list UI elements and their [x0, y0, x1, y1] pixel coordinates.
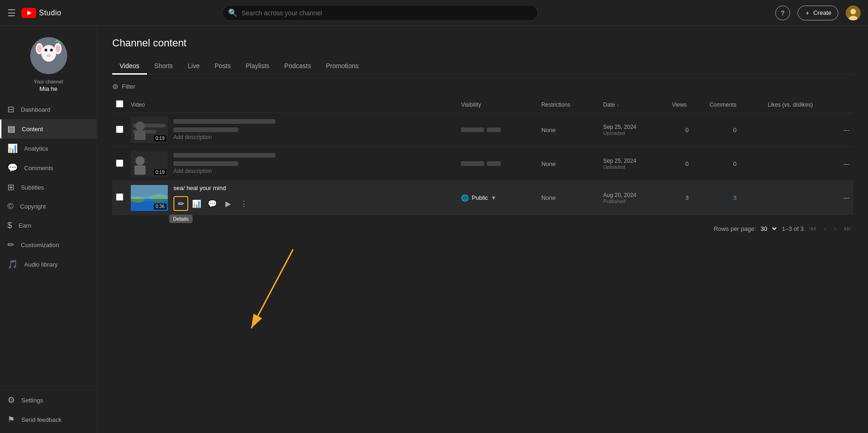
first-page-button[interactable]: ⏮ — [807, 223, 818, 235]
tab-playlists[interactable]: Playlists — [238, 58, 277, 75]
visibility-bar-2b — [487, 161, 501, 166]
topbar: ☰ Studio 🔍 ? ＋ Create — [0, 0, 868, 26]
table-row: 0:19 Add description — [112, 147, 853, 181]
video-info-1: Add description — [173, 119, 275, 140]
rows-per-page-select[interactable]: 30 50 100 — [759, 225, 778, 233]
annotation-arrow — [237, 245, 330, 347]
analytics-icon: 📊 — [7, 143, 18, 153]
visibility-private-1 — [461, 127, 534, 132]
more-options-button[interactable]: ⋮ — [236, 196, 251, 211]
tab-posts[interactable]: Posts — [207, 58, 238, 75]
select-all-checkbox[interactable] — [116, 100, 123, 108]
video-table: Video Visibility Restrictions Date ↓ Vie… — [112, 96, 853, 215]
menu-icon[interactable]: ☰ — [7, 7, 16, 19]
sidebar-item-dashboard[interactable]: ⊟ Dashboard — [0, 100, 97, 119]
sidebar-item-comments[interactable]: 💬 Comments — [0, 158, 97, 178]
page-title: Channel content — [112, 37, 853, 49]
sidebar-item-analytics[interactable]: 📊 Analytics — [0, 139, 97, 158]
tab-shorts[interactable]: Shorts — [147, 58, 180, 75]
visibility-label-3: Public — [472, 194, 488, 201]
details-icon: ✏ — [178, 199, 184, 208]
thumb-duration-1: 0:19 — [154, 135, 166, 141]
thumb-duration-3: 0:36 — [154, 204, 166, 210]
tab-promotions[interactable]: Promotions — [319, 58, 366, 75]
sidebar-item-audio-library[interactable]: 🎵 Audio library — [0, 255, 97, 274]
video-info-2: Add description — [173, 153, 275, 174]
create-label: Create — [813, 9, 831, 16]
sidebar-item-subtitles[interactable]: ⊞ Subtitles — [0, 178, 97, 197]
next-page-button[interactable]: › — [832, 223, 838, 235]
sidebar-item-send-feedback[interactable]: ⚑ Send feedback — [0, 410, 97, 429]
avatar[interactable] — [846, 6, 861, 20]
video-desc-1[interactable]: Add description — [173, 134, 275, 140]
prev-page-button[interactable]: ‹ — [822, 223, 828, 235]
thumbnail-3: 0:36 — [131, 185, 168, 211]
likes-3: — — [764, 181, 853, 215]
filter-icon: ⊜ — [112, 82, 118, 91]
dashboard-icon: ⊟ — [7, 104, 14, 115]
row2-checkbox[interactable] — [116, 159, 123, 167]
sidebar-item-copyright[interactable]: © Copyright — [0, 197, 97, 216]
th-comments: Comments — [706, 96, 764, 113]
date-sort-arrow[interactable]: ↓ — [617, 102, 619, 107]
sidebar-item-label-send-feedback: Send feedback — [21, 416, 62, 423]
video-title-3: sea/ heal your mind — [173, 185, 251, 191]
channel-name: Mia he — [39, 85, 57, 92]
topbar-left: ☰ Studio — [7, 7, 100, 19]
details-button[interactable]: ✏ Details — [173, 196, 188, 211]
video-cell-2: 0:19 Add description — [131, 151, 453, 177]
channel-label: Your channel — [34, 79, 64, 84]
table-section: Video Visibility Restrictions Date ↓ Vie… — [112, 96, 853, 235]
tab-podcasts[interactable]: Podcasts — [277, 58, 319, 75]
sidebar-item-label-dashboard: Dashboard — [21, 106, 51, 113]
comments-button[interactable]: 💬 — [205, 196, 220, 211]
tab-live[interactable]: Live — [180, 58, 207, 75]
video-cell-1: 0:19 Add description — [131, 117, 453, 143]
youtube-logo — [21, 8, 36, 18]
sidebar-item-earn[interactable]: $ Earn — [0, 216, 97, 235]
sidebar-item-label-comments: Comments — [24, 165, 53, 172]
subtitles-icon: ⊞ — [7, 182, 14, 192]
restrictions-2: None — [537, 147, 599, 181]
likes-1: — — [764, 113, 853, 147]
views-1: 0 — [668, 113, 706, 147]
sidebar-bottom: ⚙ Settings ⚑ Send feedback — [0, 386, 97, 433]
video-title-blurred-2 — [173, 153, 275, 158]
th-date: Date ↓ — [600, 96, 668, 113]
audio-library-icon: 🎵 — [7, 259, 18, 269]
th-restrictions: Restrictions — [537, 96, 599, 113]
row3-checkbox[interactable] — [116, 193, 123, 201]
create-button[interactable]: ＋ Create — [798, 6, 838, 20]
comments-btn-icon: 💬 — [208, 199, 217, 208]
video-title-blurred-1b — [173, 127, 238, 132]
thumb-duration-2: 0:19 — [154, 169, 166, 175]
row1-checkbox[interactable] — [116, 126, 123, 133]
main-body: Your channel Mia he ⊟ Dashboard ▤ Conten… — [0, 26, 868, 433]
svg-rect-21 — [134, 166, 146, 175]
sidebar-item-settings[interactable]: ⚙ Settings — [0, 390, 97, 410]
help-button[interactable]: ? — [775, 6, 790, 20]
visibility-dropdown-3[interactable]: ▼ — [491, 195, 497, 201]
youtube-button[interactable]: ▶ — [221, 196, 236, 211]
search-bar-container: 🔍 — [223, 5, 538, 21]
video-desc-2[interactable]: Add description — [173, 168, 275, 174]
topbar-right: ? ＋ Create — [775, 6, 861, 20]
sidebar-item-label-analytics: Analytics — [24, 145, 48, 152]
date-cell-1: Sep 25, 2024 Uploaded — [600, 113, 668, 147]
sidebar-item-customization[interactable]: ✏ Customization — [0, 235, 97, 255]
sidebar-item-label-settings: Settings — [21, 397, 43, 404]
date-cell-2: Sep 25, 2024 Uploaded — [600, 147, 668, 181]
search-input[interactable] — [223, 5, 538, 21]
tab-videos[interactable]: Videos — [112, 58, 147, 75]
channel-avatar[interactable] — [30, 37, 67, 74]
restrictions-3: None — [537, 181, 599, 215]
more-options-icon: ⋮ — [240, 199, 248, 208]
page-info: 1–3 of 3 — [782, 225, 804, 232]
analytics-button[interactable]: 📊 — [189, 196, 204, 211]
youtube-btn-icon: ▶ — [225, 199, 231, 208]
th-visibility: Visibility — [457, 96, 537, 113]
customization-icon: ✏ — [7, 240, 14, 250]
sidebar-item-content[interactable]: ▤ Content — [0, 119, 97, 139]
logo-wrap: Studio — [21, 8, 61, 18]
last-page-button[interactable]: ⏭ — [842, 223, 853, 235]
